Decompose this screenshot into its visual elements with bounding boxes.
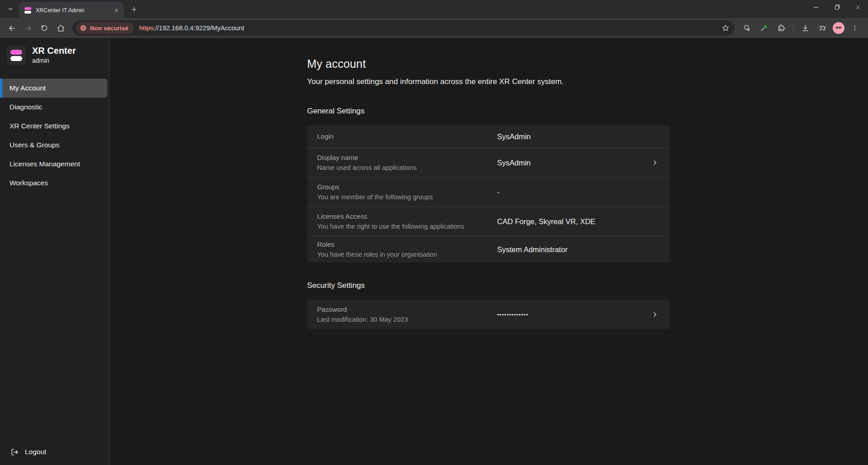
section-title-security: Security Settings	[307, 281, 868, 290]
browser-toolbar: Non sécurisé https://192.168.0.4:9229/My…	[0, 18, 868, 38]
sidebar-item-my-account[interactable]: My Account	[0, 79, 107, 98]
sidebar-item-label: Licenses Management	[9, 160, 80, 168]
media-controls-button[interactable]	[816, 21, 829, 35]
window-minimize-button[interactable]	[806, 0, 826, 14]
section-title-general: General Settings	[307, 107, 868, 116]
forward-button[interactable]	[20, 20, 36, 36]
window-controls	[806, 0, 868, 14]
row-value: -	[497, 188, 500, 197]
back-arrow-icon	[8, 24, 16, 33]
browser-tab[interactable]: XRCenter IT Admin	[19, 2, 124, 18]
profile-avatar[interactable]	[833, 22, 844, 34]
pinned-extension-button[interactable]	[740, 21, 754, 35]
toolbar-extensions-area	[740, 21, 862, 35]
window-maximize-button[interactable]	[826, 0, 847, 14]
row-sublabel: You have the right to use the following …	[317, 222, 497, 231]
settings-row-roles: Roles You have these roles in your organ…	[307, 236, 669, 263]
sidebar-item-label: XR Center Settings	[9, 122, 70, 130]
page-title: My account	[307, 57, 868, 70]
not-secure-icon	[80, 24, 87, 32]
bookmark-button[interactable]	[719, 22, 732, 34]
new-tab-button[interactable]	[128, 3, 140, 15]
tab-close-button[interactable]	[112, 6, 120, 14]
puzzle-icon	[777, 24, 786, 33]
browser-tab-strip: XRCenter IT Admin	[0, 0, 868, 18]
settings-row-login: Login SysAdmin	[307, 125, 669, 148]
avatar-face-icon	[834, 23, 843, 33]
logout-icon	[11, 448, 19, 456]
url-scheme: https	[139, 24, 153, 32]
row-label: Login	[317, 132, 497, 141]
row-label: Display name	[317, 153, 497, 162]
row-sublabel: Last modification: 30 May 2023	[317, 315, 497, 324]
sidebar-item-diagnostic[interactable]: Diagnostic	[0, 98, 109, 117]
sidebar-item-users-groups[interactable]: Users & Groups	[0, 136, 109, 155]
forward-arrow-icon	[24, 24, 33, 33]
downloads-button[interactable]	[798, 21, 812, 35]
settings-row-licenses-access: Licenses Access You have the right to us…	[307, 207, 669, 236]
minimize-icon	[813, 5, 819, 10]
general-settings-card: Login SysAdmin Display name Name used ac…	[307, 125, 669, 263]
brand-title: XR Center	[32, 46, 76, 56]
window-close-button[interactable]	[847, 0, 868, 14]
download-icon	[801, 24, 810, 33]
row-sublabel: You are member of the following groups	[317, 193, 497, 202]
sidebar-item-label: Users & Groups	[9, 141, 59, 149]
xr-center-favicon	[24, 7, 32, 14]
chevron-right-icon	[651, 159, 659, 166]
row-value: CAD Forge, Skyreal VR, XDE	[497, 217, 595, 226]
sidebar-item-workspaces[interactable]: Workspaces	[0, 174, 109, 193]
row-sublabel: Name used across all applications	[317, 163, 497, 172]
security-settings-card: Password Last modification: 30 May 2023 …	[307, 300, 669, 329]
reload-button[interactable]	[36, 20, 52, 36]
sidebar-item-label: Workspaces	[9, 179, 48, 187]
home-button[interactable]	[52, 20, 69, 36]
sidebar-item-label: Diagnostic	[9, 103, 42, 111]
sidebar-item-xr-center-settings[interactable]: XR Center Settings	[0, 117, 109, 136]
tab-title: XRCenter IT Admin	[36, 7, 108, 14]
browser-menu-button[interactable]	[848, 21, 862, 35]
page-subtitle: Your personal settings and information a…	[307, 77, 868, 86]
media-playlist-icon	[818, 24, 827, 33]
xr-center-app: XR Center admin My Account Diagnostic XR…	[0, 38, 868, 465]
chevron-right-icon	[651, 311, 659, 318]
settings-row-groups: Groups You are member of the following g…	[307, 178, 669, 207]
brand: XR Center admin	[0, 38, 109, 65]
tab-search-button[interactable]	[4, 2, 17, 16]
security-badge-label: Non sécurisé	[90, 25, 128, 32]
back-button[interactable]	[4, 20, 20, 36]
close-icon	[855, 5, 861, 10]
chevron-down-icon	[7, 6, 14, 12]
pinned-extension-icon	[743, 24, 751, 32]
row-value: System Administrator	[497, 245, 568, 254]
sidebar-item-label: My Account	[9, 84, 46, 92]
home-icon	[57, 24, 65, 33]
row-value: SysAdmin	[497, 159, 531, 167]
url-text: https://192.168.0.4:9229/MyAccount	[139, 24, 719, 32]
site-security-chip[interactable]: Non sécurisé	[76, 22, 134, 34]
logout-button[interactable]: Logout	[0, 445, 109, 465]
row-label: Licenses Access	[317, 212, 497, 221]
masked-password-value: •••••••••••••	[497, 312, 529, 317]
toolbar-separator	[793, 24, 793, 32]
maximize-icon	[834, 5, 840, 10]
star-icon	[721, 24, 730, 32]
settings-row-display-name[interactable]: Display name Name used across all applic…	[307, 148, 669, 178]
plus-icon	[131, 6, 138, 13]
kebab-menu-icon	[851, 24, 859, 32]
address-bar[interactable]: Non sécurisé https://192.168.0.4:9229/My…	[72, 20, 735, 36]
reload-icon	[40, 24, 48, 32]
row-label: Password	[317, 305, 497, 314]
color-picker-extension-button[interactable]	[757, 21, 771, 35]
main-content: My account Your personal settings and in…	[109, 38, 868, 465]
row-value: SysAdmin	[497, 132, 531, 141]
sidebar: XR Center admin My Account Diagnostic XR…	[0, 38, 109, 465]
settings-row-password[interactable]: Password Last modification: 30 May 2023 …	[307, 300, 669, 329]
sidebar-item-licenses-management[interactable]: Licenses Management	[0, 155, 109, 174]
url-rest: ://192.168.0.4:9229/MyAccount	[153, 24, 244, 32]
row-label: Roles	[317, 240, 497, 249]
row-label: Groups	[317, 183, 497, 192]
extensions-button[interactable]	[774, 21, 788, 35]
sidebar-nav: My Account Diagnostic XR Center Settings…	[0, 79, 109, 445]
xr-center-logo-icon	[7, 46, 26, 65]
